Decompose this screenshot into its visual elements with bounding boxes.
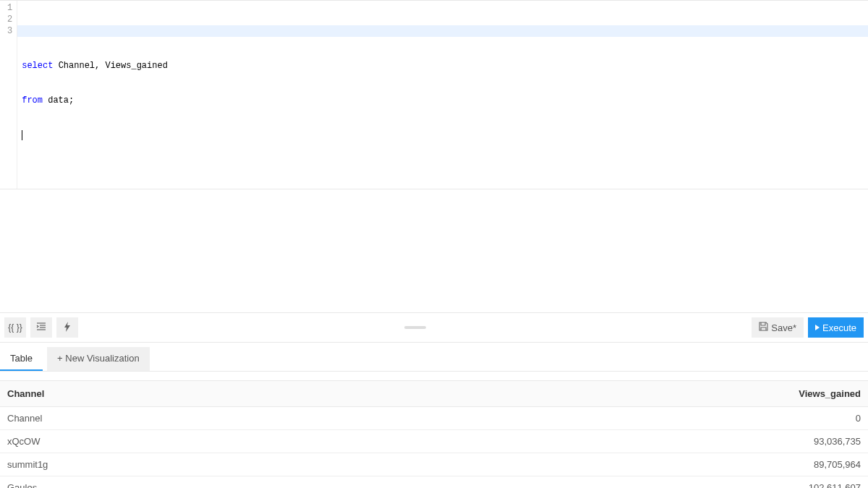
table-header-row: Channel Views_gained [0,381,868,407]
tab-table[interactable]: Table [0,347,43,371]
format-indent-button[interactable] [30,317,52,338]
visualization-tabs: Table + New Visualization [0,343,868,372]
results-scroll[interactable]: Channel Views_gained Channel0 xQcOW93,03… [0,380,868,488]
tab-new-visualization[interactable]: + New Visualization [47,347,150,371]
editor-toolbar: {{ }} Save* Execute [0,312,868,343]
editor-code[interactable]: select Channel, Views_gained from data; [17,1,868,189]
format-braces-button[interactable]: {{ }} [4,317,26,338]
column-header-channel[interactable]: Channel [0,381,608,407]
indent-icon [36,322,46,333]
active-line-highlight [17,25,868,37]
editor-gutter: 1 2 3 [0,1,17,189]
sql-editor[interactable]: 1 2 3 select Channel, Views_gained from … [0,0,868,189]
resize-handle[interactable] [404,326,426,329]
play-icon [815,325,820,330]
results-panel: Channel Views_gained Channel0 xQcOW93,03… [0,380,868,488]
execute-button[interactable]: Execute [808,317,864,338]
lightning-icon [64,322,71,334]
table-row[interactable]: Gaules102,611,607 [0,476,868,489]
table-row[interactable]: Channel0 [0,407,868,430]
text-cursor [22,130,22,140]
editor-empty-space [0,189,868,312]
save-button[interactable]: Save* [752,317,804,338]
table-row[interactable]: summit1g89,705,964 [0,453,868,476]
save-icon [759,322,768,333]
column-header-views[interactable]: Views_gained [608,381,868,407]
autocomplete-button[interactable] [56,317,78,338]
table-row[interactable]: xQcOW93,036,735 [0,430,868,453]
results-table: Channel Views_gained Channel0 xQcOW93,03… [0,380,868,488]
